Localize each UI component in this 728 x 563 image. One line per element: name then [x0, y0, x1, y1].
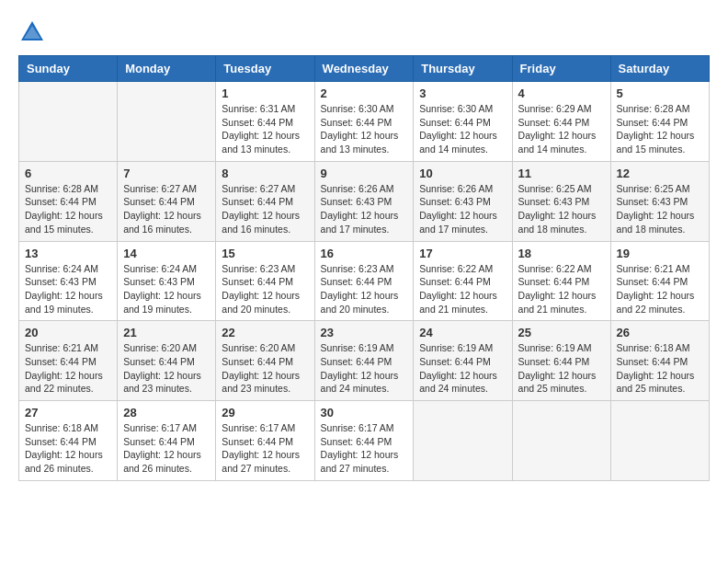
calendar-week-4: 20Sunrise: 6:21 AMSunset: 6:44 PMDayligh…	[19, 321, 710, 401]
calendar-cell: 18Sunrise: 6:22 AMSunset: 6:44 PMDayligh…	[512, 241, 610, 321]
weekday-header-thursday: Thursday	[414, 56, 512, 82]
weekday-header-wednesday: Wednesday	[314, 56, 414, 82]
day-number: 6	[25, 167, 111, 180]
calendar-cell: 4Sunrise: 6:29 AMSunset: 6:44 PMDaylight…	[512, 82, 610, 162]
calendar-week-2: 6Sunrise: 6:28 AMSunset: 6:44 PMDaylight…	[19, 161, 710, 241]
calendar-cell: 25Sunrise: 6:19 AMSunset: 6:44 PMDayligh…	[512, 321, 610, 401]
day-number: 1	[222, 86, 308, 100]
day-info: Sunrise: 6:23 AMSunset: 6:44 PMDaylight:…	[222, 262, 308, 316]
calendar-cell: 22Sunrise: 6:20 AMSunset: 6:44 PMDayligh…	[216, 321, 314, 401]
day-info: Sunrise: 6:22 AMSunset: 6:44 PMDaylight:…	[419, 262, 506, 316]
logo-icon	[18, 18, 46, 46]
calendar-cell: 19Sunrise: 6:21 AMSunset: 6:44 PMDayligh…	[610, 241, 709, 321]
day-number: 22	[222, 326, 308, 339]
day-number: 3	[419, 86, 506, 100]
day-number: 15	[222, 247, 308, 260]
day-info: Sunrise: 6:28 AMSunset: 6:44 PMDaylight:…	[617, 102, 703, 156]
calendar-cell: 5Sunrise: 6:28 AMSunset: 6:44 PMDaylight…	[610, 82, 709, 162]
day-info: Sunrise: 6:18 AMSunset: 6:44 PMDaylight:…	[617, 341, 703, 396]
calendar-header-row: SundayMondayTuesdayWednesdayThursdayFrid…	[19, 56, 710, 82]
day-number: 23	[321, 326, 408, 339]
day-number: 5	[617, 86, 703, 100]
day-info: Sunrise: 6:28 AMSunset: 6:44 PMDaylight:…	[25, 182, 111, 236]
calendar-cell: 20Sunrise: 6:21 AMSunset: 6:44 PMDayligh…	[19, 321, 118, 401]
calendar-cell: 23Sunrise: 6:19 AMSunset: 6:44 PMDayligh…	[314, 321, 414, 401]
calendar-week-1: 1Sunrise: 6:31 AMSunset: 6:44 PMDaylight…	[19, 82, 710, 162]
weekday-header-sunday: Sunday	[19, 56, 118, 82]
calendar-cell: 12Sunrise: 6:25 AMSunset: 6:43 PMDayligh…	[610, 161, 709, 241]
day-info: Sunrise: 6:19 AMSunset: 6:44 PMDaylight:…	[321, 341, 408, 396]
day-number: 30	[321, 406, 408, 419]
calendar-week-5: 27Sunrise: 6:18 AMSunset: 6:44 PMDayligh…	[19, 401, 710, 481]
day-number: 14	[123, 247, 210, 260]
day-number: 11	[518, 167, 605, 180]
calendar-cell: 7Sunrise: 6:27 AMSunset: 6:44 PMDaylight…	[118, 161, 216, 241]
day-number: 17	[419, 247, 506, 260]
calendar-cell: 13Sunrise: 6:24 AMSunset: 6:43 PMDayligh…	[19, 241, 118, 321]
day-number: 25	[518, 326, 605, 339]
day-info: Sunrise: 6:21 AMSunset: 6:44 PMDaylight:…	[25, 341, 111, 396]
day-number: 8	[222, 167, 308, 180]
day-info: Sunrise: 6:25 AMSunset: 6:43 PMDaylight:…	[617, 182, 703, 236]
day-info: Sunrise: 6:24 AMSunset: 6:43 PMDaylight:…	[123, 262, 210, 316]
calendar-cell: 27Sunrise: 6:18 AMSunset: 6:44 PMDayligh…	[19, 401, 118, 481]
calendar-cell: 3Sunrise: 6:30 AMSunset: 6:44 PMDaylight…	[414, 82, 512, 162]
day-info: Sunrise: 6:19 AMSunset: 6:44 PMDaylight:…	[419, 341, 506, 396]
day-number: 27	[25, 406, 111, 419]
calendar-cell: 14Sunrise: 6:24 AMSunset: 6:43 PMDayligh…	[118, 241, 216, 321]
day-info: Sunrise: 6:31 AMSunset: 6:44 PMDaylight:…	[222, 102, 308, 156]
calendar-cell: 1Sunrise: 6:31 AMSunset: 6:44 PMDaylight…	[216, 82, 314, 162]
day-number: 28	[123, 406, 210, 419]
day-info: Sunrise: 6:22 AMSunset: 6:44 PMDaylight:…	[518, 262, 605, 316]
calendar-cell: 28Sunrise: 6:17 AMSunset: 6:44 PMDayligh…	[118, 401, 216, 481]
calendar-cell: 26Sunrise: 6:18 AMSunset: 6:44 PMDayligh…	[610, 321, 709, 401]
day-info: Sunrise: 6:17 AMSunset: 6:44 PMDaylight:…	[123, 421, 210, 476]
day-info: Sunrise: 6:24 AMSunset: 6:43 PMDaylight:…	[25, 262, 111, 316]
day-number: 29	[222, 406, 308, 419]
day-info: Sunrise: 6:21 AMSunset: 6:44 PMDaylight:…	[617, 262, 703, 316]
day-info: Sunrise: 6:18 AMSunset: 6:44 PMDaylight:…	[25, 421, 111, 476]
calendar-cell: 9Sunrise: 6:26 AMSunset: 6:43 PMDaylight…	[314, 161, 414, 241]
calendar-cell	[414, 401, 512, 481]
calendar-cell	[118, 82, 216, 162]
day-info: Sunrise: 6:30 AMSunset: 6:44 PMDaylight:…	[321, 102, 408, 156]
day-info: Sunrise: 6:23 AMSunset: 6:44 PMDaylight:…	[321, 262, 408, 316]
calendar-cell: 21Sunrise: 6:20 AMSunset: 6:44 PMDayligh…	[118, 321, 216, 401]
day-number: 18	[518, 247, 605, 260]
day-info: Sunrise: 6:27 AMSunset: 6:44 PMDaylight:…	[123, 182, 210, 236]
day-info: Sunrise: 6:17 AMSunset: 6:44 PMDaylight:…	[222, 421, 308, 476]
day-info: Sunrise: 6:30 AMSunset: 6:44 PMDaylight:…	[419, 102, 506, 156]
calendar-cell: 6Sunrise: 6:28 AMSunset: 6:44 PMDaylight…	[19, 161, 118, 241]
day-number: 26	[617, 326, 703, 339]
weekday-header-saturday: Saturday	[610, 56, 709, 82]
calendar-cell: 29Sunrise: 6:17 AMSunset: 6:44 PMDayligh…	[216, 401, 314, 481]
weekday-header-tuesday: Tuesday	[216, 56, 314, 82]
weekday-header-friday: Friday	[512, 56, 610, 82]
calendar-cell: 24Sunrise: 6:19 AMSunset: 6:44 PMDayligh…	[414, 321, 512, 401]
page-header	[18, 18, 710, 46]
calendar-cell: 30Sunrise: 6:17 AMSunset: 6:44 PMDayligh…	[314, 401, 414, 481]
day-info: Sunrise: 6:20 AMSunset: 6:44 PMDaylight:…	[123, 341, 210, 396]
day-number: 20	[25, 326, 111, 339]
calendar-cell: 10Sunrise: 6:26 AMSunset: 6:43 PMDayligh…	[414, 161, 512, 241]
calendar-week-3: 13Sunrise: 6:24 AMSunset: 6:43 PMDayligh…	[19, 241, 710, 321]
calendar-cell: 17Sunrise: 6:22 AMSunset: 6:44 PMDayligh…	[414, 241, 512, 321]
day-info: Sunrise: 6:29 AMSunset: 6:44 PMDaylight:…	[518, 102, 605, 156]
calendar-cell: 8Sunrise: 6:27 AMSunset: 6:44 PMDaylight…	[216, 161, 314, 241]
day-number: 7	[123, 167, 210, 180]
day-number: 13	[25, 247, 111, 260]
calendar-cell: 11Sunrise: 6:25 AMSunset: 6:43 PMDayligh…	[512, 161, 610, 241]
day-number: 24	[419, 326, 506, 339]
day-number: 2	[321, 86, 408, 100]
day-number: 12	[617, 167, 703, 180]
calendar-cell	[610, 401, 709, 481]
day-number: 10	[419, 167, 506, 180]
calendar-cell: 16Sunrise: 6:23 AMSunset: 6:44 PMDayligh…	[314, 241, 414, 321]
day-number: 19	[617, 247, 703, 260]
calendar-table: SundayMondayTuesdayWednesdayThursdayFrid…	[18, 55, 710, 481]
day-number: 16	[321, 247, 408, 260]
day-number: 4	[518, 86, 605, 100]
day-number: 9	[321, 167, 408, 180]
day-info: Sunrise: 6:25 AMSunset: 6:43 PMDaylight:…	[518, 182, 605, 236]
calendar-cell: 2Sunrise: 6:30 AMSunset: 6:44 PMDaylight…	[314, 82, 414, 162]
